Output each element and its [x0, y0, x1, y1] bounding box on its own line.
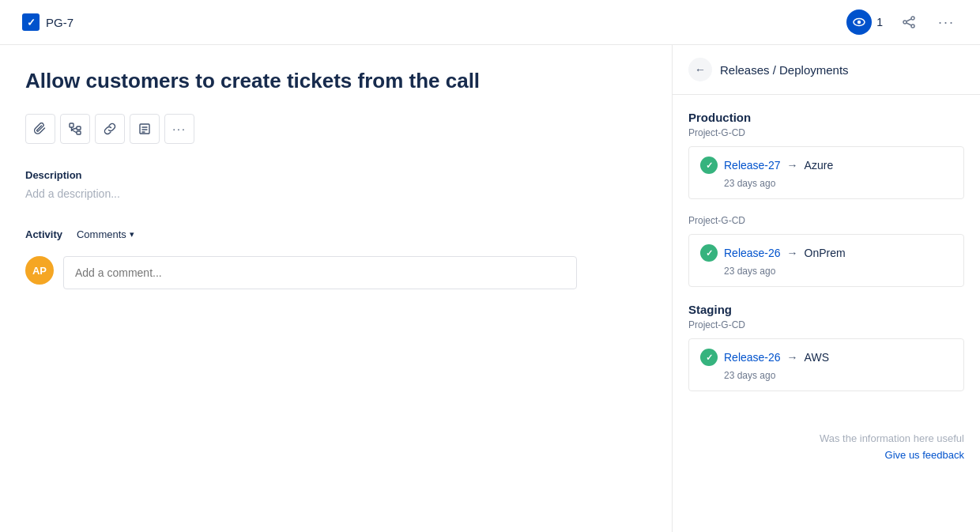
feedback-section: Was the information here useful Give us … — [673, 420, 980, 474]
link-button[interactable] — [95, 114, 125, 144]
back-button[interactable]: ← — [688, 58, 712, 81]
comment-row: AP — [25, 256, 646, 289]
back-arrow-icon: ← — [695, 63, 706, 76]
description-placeholder[interactable]: Add a description... — [25, 187, 646, 200]
template-button[interactable] — [130, 114, 160, 144]
description-section: Description Add a description... — [25, 169, 646, 200]
arrow-icon-3: → — [787, 351, 798, 364]
svg-line-12 — [72, 130, 77, 133]
ellipsis-icon: ··· — [938, 14, 955, 31]
releases-header: ← Releases / Deployments — [673, 45, 980, 95]
toolbar-ellipsis-icon: ··· — [172, 123, 187, 135]
releases-content: Production Project-G-CD Release-27 → Azu… — [673, 95, 980, 420]
svg-point-3 — [903, 21, 906, 24]
arrow-icon-2: → — [787, 247, 798, 259]
feedback-link[interactable]: Give us feedback — [885, 449, 964, 461]
activity-section: Activity Comments ▾ AP — [25, 225, 646, 289]
activity-header: Activity Comments ▾ — [25, 225, 646, 243]
success-check-icon-1 — [700, 157, 718, 174]
release-row-2: Release-26 → OnPrem — [700, 244, 952, 262]
action-toolbar: ··· — [25, 114, 646, 144]
staging-env-section: Staging Project-G-CD Release-26 → AWS 23… — [688, 303, 964, 391]
project-g-cd-label-2: Project-G-CD — [688, 215, 964, 226]
more-toolbar-button[interactable]: ··· — [164, 114, 194, 144]
eye-icon — [846, 9, 872, 35]
project-g-cd-label-1: Project-G-CD — [688, 127, 964, 138]
comments-filter-label: Comments — [77, 228, 126, 240]
target-azure: Azure — [805, 159, 834, 172]
left-panel: Allow customers to create tickets from t… — [0, 45, 672, 532]
right-panel: ← Releases / Deployments Production Proj… — [672, 45, 980, 532]
release-27-link[interactable]: Release-27 — [724, 159, 781, 172]
top-header: PG-7 1 — [0, 0, 980, 45]
share-button[interactable] — [899, 12, 919, 32]
ticket-status-checkbox[interactable] — [22, 13, 40, 31]
svg-line-11 — [72, 128, 77, 130]
svg-point-1 — [858, 21, 861, 24]
release-26-aws-link[interactable]: Release-26 — [724, 351, 781, 364]
header-left: PG-7 — [22, 13, 74, 31]
release-row-1: Release-27 → Azure — [700, 157, 952, 174]
comment-input[interactable] — [63, 256, 577, 289]
success-check-icon-2 — [700, 244, 718, 262]
main-content: Allow customers to create tickets from t… — [0, 45, 980, 532]
release-card-1: Release-27 → Azure 23 days ago — [688, 146, 964, 199]
comments-filter-dropdown[interactable]: Comments ▾ — [70, 225, 141, 243]
release-time-1: 23 days ago — [700, 178, 952, 189]
release-card-2: Release-26 → OnPrem 23 days ago — [688, 234, 964, 287]
ticket-title: Allow customers to create tickets from t… — [25, 67, 515, 95]
target-aws: AWS — [805, 351, 829, 364]
child-issues-button[interactable] — [60, 114, 90, 144]
user-avatar: AP — [25, 256, 54, 285]
releases-title: Releases / Deployments — [720, 63, 849, 77]
svg-point-2 — [911, 17, 914, 20]
release-card-3: Release-26 → AWS 23 days ago — [688, 338, 964, 391]
feedback-text: Was the information here useful — [688, 432, 964, 444]
svg-point-4 — [911, 25, 914, 28]
target-onprem: OnPrem — [805, 247, 846, 259]
production-env-section-2: Project-G-CD Release-26 → OnPrem 23 days… — [688, 215, 964, 287]
success-check-icon-3 — [700, 349, 718, 366]
activity-label: Activity — [25, 228, 62, 240]
release-26-onprem-link[interactable]: Release-26 — [724, 247, 781, 259]
svg-rect-7 — [70, 123, 74, 127]
header-right: 1 ··· — [846, 9, 958, 35]
env-staging-label: Staging — [688, 303, 964, 316]
arrow-icon-1: → — [787, 159, 798, 172]
svg-rect-9 — [77, 131, 81, 134]
chevron-down-icon: ▾ — [130, 229, 134, 240]
more-options-button[interactable]: ··· — [935, 11, 958, 34]
description-label: Description — [25, 169, 646, 181]
production-env-section: Production Project-G-CD Release-27 → Azu… — [688, 111, 964, 199]
attach-button[interactable] — [25, 114, 55, 144]
svg-line-6 — [906, 23, 911, 25]
svg-rect-8 — [77, 126, 81, 130]
watcher-count: 1 — [876, 16, 883, 28]
release-time-2: 23 days ago — [700, 266, 952, 277]
project-g-cd-label-3: Project-G-CD — [688, 319, 964, 330]
ticket-id: PG-7 — [46, 16, 74, 29]
watchers-button[interactable]: 1 — [846, 9, 883, 35]
env-production-label: Production — [688, 111, 964, 124]
release-row-3: Release-26 → AWS — [700, 349, 952, 366]
svg-line-5 — [906, 19, 911, 21]
release-time-3: 23 days ago — [700, 370, 952, 381]
